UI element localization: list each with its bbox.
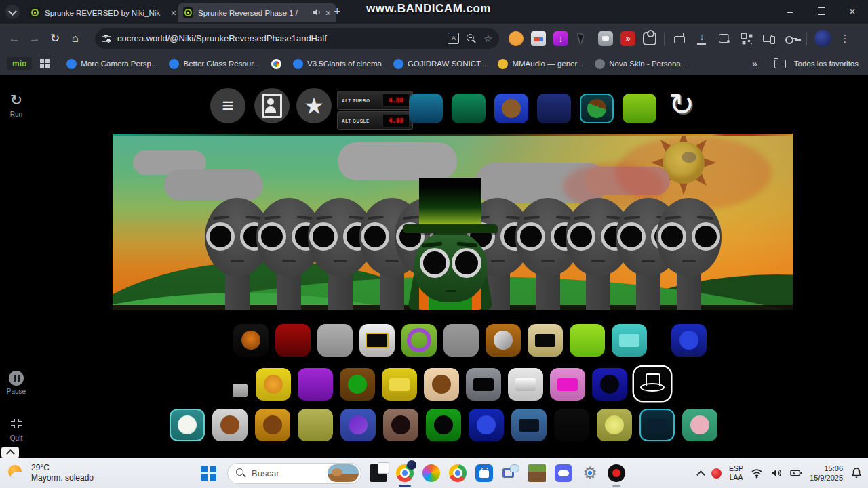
sound-icon[interactable] [401,324,437,357]
store-taskbar-icon[interactable] [474,463,494,483]
sound-icon[interactable] [554,409,589,441]
tab-sprunke-reversed[interactable]: Sprunke REVERSED by Niki_Nik × [24,3,182,22]
tab-sprunke-reversed-phase1[interactable]: Sprunke Reversed Phase 1 / × [178,3,336,22]
sound-pack-icon[interactable] [623,94,656,123]
sound-icon[interactable] [671,324,707,357]
sound-icon[interactable] [256,368,291,401]
sound-icon[interactable] [570,324,605,357]
taskview-taskbar-icon[interactable] [368,463,389,483]
bookmark-item[interactable]: More Camera Persp... [66,59,157,69]
devices-icon[interactable] [762,31,776,46]
sound-icon[interactable] [682,409,717,441]
sound-icon[interactable] [639,409,675,441]
sound-icon[interactable] [528,324,563,357]
bookmarks-overflow-icon[interactable]: » [752,58,757,69]
sound-icon[interactable] [597,409,632,441]
bookmark-item[interactable]: Nova Skin - Persona... [595,59,687,69]
new-tab-button[interactable]: + [334,5,341,18]
sound-icon[interactable] [317,324,353,357]
sound-icon[interactable] [233,324,269,357]
tray-chevron-icon[interactable] [696,470,705,479]
translate-icon[interactable]: A [448,33,459,44]
taskbar-search[interactable]: Buscar [227,463,361,484]
bookmark-mio[interactable]: mio [7,57,32,70]
sound-pack-icon[interactable] [494,94,528,123]
reset-button[interactable]: ↻ [662,85,701,124]
minimize-button[interactable]: – [774,0,806,22]
sound-pack-icon[interactable] [580,94,614,123]
sound-icon[interactable] [212,409,248,441]
forward-icon[interactable]: → [24,32,45,45]
sound-icon[interactable] [340,409,376,441]
cursor-extension-icon[interactable] [576,31,591,46]
bookmark-item[interactable]: Better Glass Resour... [169,59,260,69]
bookmark-item[interactable]: V3.5Giants of cinema [293,59,382,69]
sound-icon[interactable] [383,409,418,441]
speaker-icon[interactable] [770,467,783,479]
language-indicator[interactable]: ESP LAA [729,464,743,482]
tab-search-chevron-icon[interactable] [5,5,20,19]
bookmark-item[interactable] [271,59,281,69]
sound-pack-icon[interactable] [452,94,486,123]
battery-icon[interactable] [790,467,802,479]
game-stage[interactable]: :: [113,136,793,310]
run-button[interactable]: ↻ Run [0,92,33,118]
bookmark-item[interactable]: GOJIDRAW SONICT... [393,59,487,69]
bookmark-star-icon[interactable]: ☆ [484,33,492,44]
sound-icon[interactable] [275,324,311,357]
wifi-icon[interactable] [751,467,763,479]
sound-icon[interactable] [466,368,501,401]
search-highlight-image[interactable] [328,464,359,482]
bandicam-recording-icon[interactable] [711,468,722,479]
sound-icon[interactable] [255,409,290,441]
maximize-button[interactable] [806,0,837,22]
sound-icon[interactable] [424,368,459,401]
notification-bell-icon[interactable]: z [850,467,863,479]
apps-grid-icon[interactable] [40,59,50,68]
home-icon[interactable]: ⌂ [65,32,85,45]
tab-close-icon[interactable]: × [171,8,176,18]
sound-icon[interactable] [634,367,671,401]
clock[interactable]: 15:06 15/9/2025 [810,464,843,483]
sound-icon[interactable] [511,409,547,441]
chrome-active-taskbar-icon[interactable] [395,463,415,483]
start-button[interactable] [201,466,216,481]
minecraft-taskbar-icon[interactable] [527,463,547,483]
menu-kebab-icon[interactable]: ⋮ [839,33,851,45]
sound-pack-icon[interactable] [537,94,571,123]
grid-apps-icon[interactable] [739,31,754,46]
sound-icon[interactable] [382,368,417,401]
sound-icon[interactable] [298,368,333,401]
weather-widget[interactable]: 29°C Mayorm. soleado [0,463,163,483]
gray-character[interactable] [656,198,722,310]
sound-icon[interactable] [443,324,479,357]
quit-button[interactable]: Quit [0,416,33,442]
close-button[interactable]: × [837,0,868,22]
profile-avatar[interactable] [814,30,831,47]
all-bookmarks-label[interactable]: Todos los favoritos [794,60,859,68]
sound-icon[interactable] [426,409,461,441]
video-downloader-extension-icon[interactable] [553,31,568,46]
pcapp-taskbar-icon[interactable] [500,463,521,483]
gray-extension-icon[interactable] [598,31,613,46]
address-bar[interactable]: cocrea.world/@Niki/SprunkeReversedPhase1… [95,28,499,49]
downloads-icon[interactable] [694,31,709,46]
green-hat-character[interactable]: :: [410,178,491,310]
game-favorite-button[interactable]: ★ [296,88,332,123]
extensions-puzzle-icon[interactable] [643,32,656,45]
collapse-chevron-button[interactable] [1,447,19,458]
sound-icon[interactable] [486,324,521,357]
settings-taskbar-icon[interactable] [580,463,600,483]
bandicam-taskbar-icon[interactable] [606,463,627,483]
tab-audio-icon[interactable] [313,8,321,18]
sound-pack-icon[interactable] [409,94,443,123]
url-text[interactable]: cocrea.world/@Niki/SprunkeReversedPhase1… [117,33,441,43]
sound-icon[interactable] [508,368,543,401]
sound-icon[interactable] [233,384,248,397]
zoom-out-icon[interactable] [466,33,477,44]
chrome-taskbar-icon[interactable] [448,463,468,483]
bear-extension-icon[interactable] [509,31,524,46]
media-folder-extension-icon[interactable] [531,31,546,46]
sound-icon[interactable] [298,409,333,441]
pause-button[interactable]: Pause [0,371,33,395]
